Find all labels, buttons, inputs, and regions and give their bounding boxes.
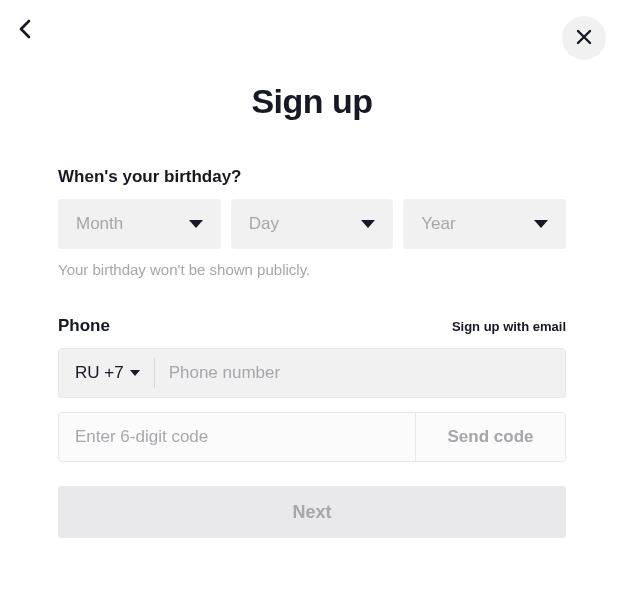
caret-down-icon <box>534 220 548 228</box>
signup-with-email-link[interactable]: Sign up with email <box>452 319 566 334</box>
birthday-label: When's your birthday? <box>58 167 566 187</box>
country-code-label: RU +7 <box>75 363 124 383</box>
day-select[interactable]: Day <box>231 199 394 249</box>
phone-header: Phone Sign up with email <box>58 316 566 336</box>
verification-code-input[interactable] <box>59 413 415 461</box>
birthday-hint: Your birthday won't be shown publicly. <box>58 261 566 278</box>
year-placeholder: Year <box>421 214 455 234</box>
close-icon <box>575 28 593 49</box>
send-code-button[interactable]: Send code <box>415 413 565 461</box>
caret-down-icon <box>361 220 375 228</box>
page-title: Sign up <box>58 82 566 121</box>
year-select[interactable]: Year <box>403 199 566 249</box>
caret-down-icon <box>189 220 203 228</box>
phone-number-input[interactable] <box>155 349 565 397</box>
phone-input-group: RU +7 <box>58 348 566 398</box>
back-button[interactable] <box>14 18 38 42</box>
month-select[interactable]: Month <box>58 199 221 249</box>
phone-label: Phone <box>58 316 110 336</box>
signup-form: Sign up When's your birthday? Month Day … <box>0 0 624 538</box>
chevron-left-icon <box>18 19 34 42</box>
close-button[interactable] <box>562 16 606 60</box>
country-code-select[interactable]: RU +7 <box>59 349 154 397</box>
birthday-row: Month Day Year <box>58 199 566 249</box>
caret-down-icon <box>130 370 140 376</box>
next-button[interactable]: Next <box>58 486 566 538</box>
month-placeholder: Month <box>76 214 123 234</box>
day-placeholder: Day <box>249 214 279 234</box>
verification-code-group: Send code <box>58 412 566 462</box>
